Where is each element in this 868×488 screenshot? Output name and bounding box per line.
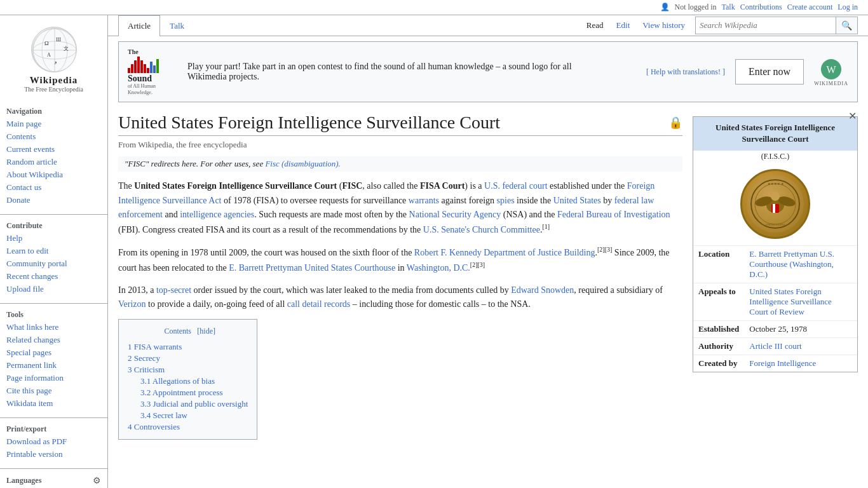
tab-read[interactable]: Read	[584, 15, 606, 36]
toc-item-3[interactable]: 3 Criticism	[128, 364, 248, 376]
tools-title: Tools	[0, 308, 107, 321]
sidebar-item-wikidata-item[interactable]: Wikidata item	[0, 397, 107, 410]
wikipedia-logo[interactable]: Ω Ш 文 A و Wikipedia The Free Encyclopedi…	[0, 20, 107, 99]
sidebar-item-main-page[interactable]: Main page	[0, 118, 107, 130]
toc-item-2[interactable]: 2 Secrecy	[128, 353, 248, 364]
tab-talk[interactable]: Talk	[160, 15, 194, 36]
svg-text:W: W	[827, 64, 837, 75]
logo-sphere-svg: Ω Ш 文 A و	[32, 27, 77, 72]
link-snowden[interactable]: Edward Snowden	[511, 285, 574, 295]
sidebar-item-contact-us[interactable]: Contact us	[0, 181, 107, 194]
link-top-secret[interactable]: top-secret	[156, 285, 191, 295]
redirect-text: "FISC" redirects here. For other uses, s…	[125, 159, 263, 168]
infobox-table: Location E. Barrett Prettyman U.S. Court…	[693, 245, 857, 372]
infobox-row-created-by: Created by Foreign Intelligence	[693, 355, 857, 372]
sidebar-item-contents[interactable]: Contents	[0, 130, 107, 143]
link-prettyman-courthouse[interactable]: E. Barrett Prettyman United States Court…	[229, 263, 395, 273]
sidebar-item-permanent-link[interactable]: Permanent link	[0, 359, 107, 372]
sidebar-item-help[interactable]: Help	[0, 232, 107, 245]
infobox-title: United States Foreign IntelligenceSurvei…	[693, 117, 857, 150]
infobox-value-location: E. Barrett Prettyman U.S. Courthouse (Wa…	[744, 245, 857, 283]
infobox-row-established: Established October 25, 1978	[693, 320, 857, 337]
page-content: United States Foreign Intelligence Surve…	[108, 107, 868, 458]
sidebar-item-community-portal[interactable]: Community portal	[0, 257, 107, 270]
redirect-link[interactable]: Fisc (disambiguation).	[265, 159, 340, 168]
search-input[interactable]	[696, 19, 836, 32]
sidebar-item-recent-changes[interactable]: Recent changes	[0, 270, 107, 283]
article-body: United States Foreign Intelligence Surve…	[118, 112, 693, 447]
tab-view-history[interactable]: View history	[640, 15, 688, 36]
languages-title: Languages	[6, 476, 41, 485]
create-account-link[interactable]: Create account	[787, 3, 833, 12]
sidebar-item-download-pdf[interactable]: Download as PDF	[0, 435, 107, 448]
infobox-subtitle: (F.I.S.C.)	[693, 151, 857, 163]
contributions-link[interactable]: Contributions	[740, 3, 782, 12]
link-church-committee[interactable]: U.S. Senate's Church Committee	[423, 225, 540, 234]
sidebar-item-printable-version[interactable]: Printable version	[0, 448, 107, 461]
tab-edit[interactable]: Edit	[614, 15, 633, 36]
article-title: United States Foreign Intelligence Surve…	[118, 112, 682, 136]
svg-point-17	[771, 192, 780, 201]
sidebar-item-cite-this-page[interactable]: Cite this page	[0, 384, 107, 397]
infobox-value-authority: Article III court	[744, 337, 857, 355]
help-translations-link[interactable]: [ Help with translations! ]	[646, 67, 725, 77]
sidebar-item-special-pages[interactable]: Special pages	[0, 346, 107, 359]
svg-text:文: 文	[64, 46, 69, 51]
link-spies[interactable]: spies	[497, 196, 515, 205]
link-intelligence-agencies[interactable]: intelligence agencies	[180, 210, 254, 219]
toc-hide-link[interactable]: [hide]	[197, 327, 215, 336]
sidebar-item-random-article[interactable]: Random article	[0, 156, 107, 168]
toc-item-3-4[interactable]: 3.4 Secret law	[128, 410, 248, 421]
article-paragraph-3: In 2013, a top-secret order issued by th…	[118, 283, 682, 312]
search-button[interactable]: 🔍	[836, 17, 857, 34]
link-nsa[interactable]: National Security Agency	[409, 210, 501, 219]
sidebar-item-learn-to-edit[interactable]: Learn to edit	[0, 245, 107, 257]
link-call-detail-records[interactable]: call detail records	[287, 299, 351, 309]
sidebar-item-current-events[interactable]: Current events	[0, 143, 107, 156]
infobox-value-appeals: United States Foreign Intelligence Surve…	[744, 283, 857, 320]
user-icon: 👤	[660, 3, 670, 12]
contribute-section: Contribute Help Learn to edit Community …	[0, 219, 107, 295]
infobox-row-appeals: Appeals to United States Foreign Intelli…	[693, 283, 857, 320]
sidebar-item-upload-file[interactable]: Upload file	[0, 283, 107, 295]
link-warrants[interactable]: warrants	[409, 196, 439, 205]
banner-close-button[interactable]: ✕	[848, 110, 857, 122]
sidebar-item-related-changes[interactable]: Related changes	[0, 334, 107, 346]
svg-text:Ω: Ω	[44, 40, 49, 46]
toc-item-1[interactable]: 1 FISA warrants	[128, 341, 248, 353]
not-logged-in-text: Not logged in	[675, 3, 717, 12]
article-paragraph-1: The United States Foreign Intelligence S…	[118, 179, 682, 237]
wikimedia-symbol-svg: W	[820, 58, 843, 81]
redirect-notice: "FISC" redirects here. For other uses, s…	[118, 156, 682, 172]
talk-link[interactable]: Talk	[722, 3, 735, 12]
link-verizon[interactable]: Verizon	[118, 299, 146, 309]
toc-item-4[interactable]: 4 Controversies	[128, 421, 248, 433]
sidebar-item-about-wikipedia[interactable]: About Wikipedia	[0, 168, 107, 181]
nav-section: Navigation Main page Contents Current ev…	[0, 104, 107, 207]
log-in-link[interactable]: Log in	[837, 3, 858, 12]
toc-item-3-3[interactable]: 3.3 Judicial and public oversight	[128, 398, 248, 410]
from-wikipedia: From Wikipedia, the free encyclopedia	[118, 140, 682, 150]
sidebar: Ω Ш 文 A و Wikipedia The Free Encyclopedi…	[0, 15, 108, 488]
infobox-row-location: Location E. Barrett Prettyman U.S. Court…	[693, 245, 857, 283]
print-title: Print/export	[0, 422, 107, 435]
sidebar-item-what-links-here[interactable]: What links here	[0, 321, 107, 334]
gear-icon[interactable]: ⚙	[93, 475, 101, 486]
toc-item-3-2[interactable]: 3.2 Appointment process	[128, 387, 248, 398]
link-federal-court[interactable]: U.S. federal court	[484, 181, 548, 191]
link-fbi[interactable]: Federal Bureau of Investigation	[557, 210, 670, 219]
search-box: 🔍	[695, 17, 858, 34]
wikimedia-text: WIKIMEDIA	[814, 81, 848, 86]
sidebar-item-donate[interactable]: Donate	[0, 194, 107, 207]
link-us[interactable]: United States	[553, 196, 601, 205]
tab-article[interactable]: Article	[118, 15, 160, 36]
sidebar-item-page-information[interactable]: Page information	[0, 372, 107, 384]
enter-now-button[interactable]: Enter now	[735, 59, 804, 85]
toc-item-3-1[interactable]: 3.1 Allegations of bias	[128, 376, 248, 387]
link-rfk-building[interactable]: Robert F. Kennedy Department of Justice …	[414, 248, 595, 257]
infobox-label-authority: Authority	[693, 337, 744, 355]
infobox-value-established: October 25, 1978	[744, 320, 857, 337]
table-of-contents: Contents [hide] 1 FISA warrants 2 Secrec…	[118, 319, 257, 440]
svg-text:و: و	[54, 59, 57, 64]
link-washington-dc[interactable]: Washington, D.C.	[407, 263, 470, 273]
